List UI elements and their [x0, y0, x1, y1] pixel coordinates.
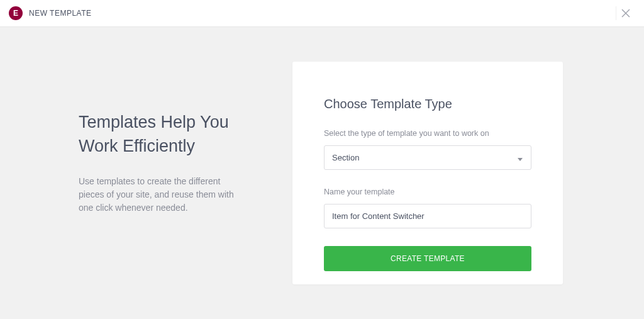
modal-content: Templates Help You Work Efficiently Use …	[0, 27, 644, 319]
close-icon	[621, 9, 630, 18]
info-description: Use templates to create the different pi…	[79, 175, 242, 215]
modal-title: NEW TEMPLATE	[29, 9, 92, 18]
create-template-button[interactable]: CREATE TEMPLATE	[324, 246, 531, 271]
form-heading: Choose Template Type	[324, 97, 531, 111]
header-left: E NEW TEMPLATE	[9, 6, 92, 20]
close-button[interactable]	[616, 6, 635, 20]
elementor-logo-icon: E	[9, 6, 23, 20]
modal-header: E NEW TEMPLATE	[0, 0, 644, 27]
form-card: Choose Template Type Select the type of …	[292, 62, 563, 284]
template-name-input[interactable]	[324, 204, 531, 228]
template-name-label: Name your template	[324, 187, 531, 196]
info-heading: Templates Help You Work Efficiently	[79, 111, 292, 159]
template-type-select[interactable]: Section	[324, 145, 531, 170]
template-type-select-wrapper: Section	[324, 145, 531, 170]
template-type-label: Select the type of template you want to …	[324, 129, 531, 138]
template-name-wrapper	[324, 204, 531, 228]
info-panel: Templates Help You Work Efficiently Use …	[0, 62, 292, 284]
